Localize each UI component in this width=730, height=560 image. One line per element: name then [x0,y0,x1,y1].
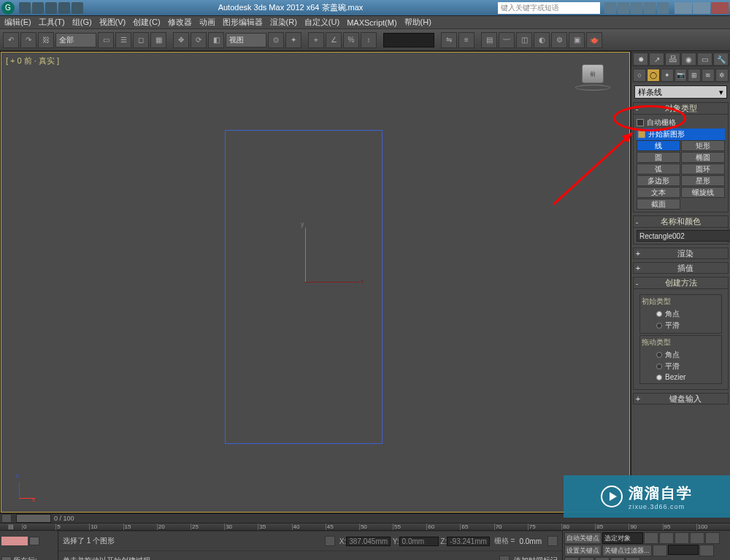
qa-btn[interactable] [45,2,57,14]
viewport-label[interactable]: [ + 0 前 · 真实 ] [6,55,59,66]
lock-icon[interactable] [325,536,335,546]
nav-orbit-icon[interactable] [610,557,625,560]
modify-tab-icon[interactable]: ↗ [649,53,664,66]
menu-customize[interactable]: 自定义(U) [304,17,339,28]
menu-rendering[interactable]: 渲染(R) [270,17,297,28]
play-icon[interactable] [675,532,689,544]
rollout-header[interactable]: -对象类型 [634,103,728,115]
z-coord[interactable]: -93.241mm [447,537,490,546]
rotate-icon[interactable]: ⟳ [191,32,207,48]
time-slider-handle[interactable] [16,514,51,523]
helpers-icon[interactable]: ⊞ [688,69,701,82]
viewcube-ring[interactable] [575,85,610,91]
rectangle-shape[interactable] [225,130,383,444]
goto-end-icon[interactable] [705,532,720,544]
undo-icon[interactable]: ↶ [3,32,19,48]
display-tab-icon[interactable]: ▭ [697,53,712,66]
timeslider-prev-icon[interactable] [1,514,12,523]
mini-btn[interactable] [1,556,12,561]
pivot-icon[interactable]: ⊙ [268,32,284,48]
rollout-rendering[interactable]: +渲染 [633,248,729,259]
drag-corner-radio[interactable]: 角点 [642,349,720,361]
render-frame-icon[interactable]: ▣ [569,32,585,48]
material-editor-icon[interactable]: ◐ [534,32,550,48]
script-listener[interactable] [1,537,28,545]
viewport-inner[interactable]: [ + 0 前 · 真实 ] y x 前 z x [1,52,630,513]
schematic-icon[interactable]: ◫ [516,32,532,48]
app-icon[interactable]: G [1,1,15,15]
x-coord[interactable]: 387.045mm [346,537,391,546]
nav-maximize-icon[interactable] [626,557,640,560]
time-config-icon[interactable] [653,545,667,556]
mirror-icon[interactable]: ⇋ [441,32,457,48]
align-icon[interactable]: ≡ [458,32,474,48]
ref-coord[interactable]: 视图 [226,33,266,47]
shapes-icon[interactable]: ◯ [647,69,660,82]
qa-btn[interactable] [58,2,70,14]
rectangle-button[interactable]: 矩形 [681,140,725,151]
goto-start-icon[interactable] [644,532,658,544]
star-button[interactable]: 星形 [681,175,725,186]
menu-tools[interactable]: 工具(T) [39,17,65,28]
trackbar-menu-icon[interactable]: ▤ [0,523,22,530]
arc-button[interactable]: 弧 [637,164,680,174]
add-time-tag[interactable]: 添加时间标记 [514,556,558,560]
curve-editor-icon[interactable]: 〰 [499,32,515,48]
initial-corner-radio[interactable]: 角点 [642,308,720,320]
ngon-button[interactable]: 多边形 [637,175,680,186]
help-search[interactable]: 键入关键字或短语 [498,2,600,14]
viewcube[interactable]: 前 [574,64,612,102]
circle-button[interactable]: 圆 [637,152,680,163]
helix-button[interactable]: 螺旋线 [681,187,725,198]
menu-animation[interactable]: 动画 [199,17,215,28]
menu-group[interactable]: 组(G) [72,17,92,28]
select-icon[interactable]: ▭ [98,32,114,48]
menu-help[interactable]: 帮助(H) [404,17,431,28]
start-new-shape-checkbox[interactable]: 开始新图形 [637,129,725,140]
current-frame-field[interactable] [668,545,699,555]
create-tab-icon[interactable]: ✹ [633,53,648,66]
hierarchy-tab-icon[interactable]: 品 [665,53,680,66]
qa-btn[interactable] [32,2,44,14]
geometry-icon[interactable]: ○ [633,69,646,82]
qa-btn[interactable] [72,2,83,14]
close-button[interactable] [711,2,729,14]
menu-create[interactable]: 创建(C) [133,17,160,28]
y-coord[interactable]: 0.0mm [399,537,439,546]
ic-btn[interactable] [631,2,642,14]
spinner-snap-icon[interactable]: ↕ [361,32,377,48]
redo-icon[interactable]: ↷ [20,32,36,48]
lights-icon[interactable]: ✦ [661,69,674,82]
selected-set[interactable]: 选定对象 [602,532,643,544]
render-setup-icon[interactable]: ⚙ [551,32,567,48]
layer-icon[interactable]: ▤ [481,32,497,48]
select-name-icon[interactable]: ☰ [115,32,131,48]
spacewarps-icon[interactable]: ≋ [702,69,715,82]
initial-smooth-radio[interactable]: 平滑 [642,320,720,331]
rollout-header[interactable]: -创建方法 [634,277,728,289]
mini-btn[interactable] [29,537,39,545]
snap-icon[interactable]: ⌖ [308,32,324,48]
ellipse-button[interactable]: 椭圆 [681,152,725,163]
qa-btn[interactable] [19,2,31,14]
maximize-button[interactable] [693,2,710,14]
move-icon[interactable]: ✥ [173,32,189,48]
ic-btn[interactable] [644,2,656,14]
viewport[interactable]: [ + 0 前 · 真实 ] y x 前 z x [0,51,631,513]
cameras-icon[interactable]: 📷 [675,69,688,82]
nav-fov-icon[interactable] [595,557,610,560]
systems-icon[interactable]: ✲ [715,69,729,82]
selection-filter[interactable]: 全部 [55,33,96,47]
ic-btn[interactable] [604,2,616,14]
prev-frame-icon[interactable] [659,532,674,544]
viewcube-face[interactable]: 前 [582,64,604,83]
nav-zoom-icon[interactable] [564,557,579,560]
tag-icon[interactable] [499,556,510,560]
key-filters[interactable]: 关键点过滤器... [602,545,652,556]
menu-grapheditors[interactable]: 图形编辑器 [223,17,263,28]
percent-snap-icon[interactable]: % [343,32,359,48]
menu-maxscript[interactable]: MAXScript(M) [347,18,396,27]
text-button[interactable]: 文本 [637,187,680,198]
rollout-header[interactable]: -名称和颜色 [634,216,728,228]
drag-smooth-radio[interactable]: 平滑 [642,361,720,372]
